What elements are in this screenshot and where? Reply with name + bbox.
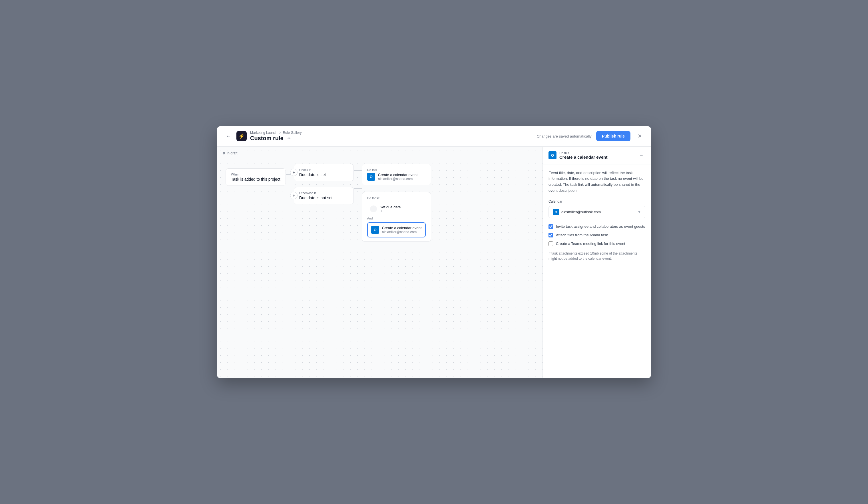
outlook-icon: O: [367, 173, 375, 181]
calendar-outlook-icon: O: [371, 226, 379, 234]
calendar-select[interactable]: O alexmiller@outlook.com ▼: [548, 206, 645, 218]
rule-name: Custom rule: [250, 135, 283, 141]
expand-icon: →: [639, 153, 643, 158]
header: ← ⚡ Marketing Launch > Rule Gallery Cust…: [217, 126, 651, 147]
publish-rule-button[interactable]: Publish rule: [596, 131, 630, 141]
close-icon: ✕: [638, 133, 642, 139]
do-these-label: Do these: [367, 196, 426, 200]
otherwise-if-label: Otherwise if: [299, 191, 348, 195]
rule-flow: When Task is added to this project + Che…: [226, 164, 431, 242]
main-content: In draft When Task is added to this proj…: [217, 147, 651, 378]
when-title: Task is added to this project: [231, 177, 280, 181]
panel-outlook-icon: O: [548, 151, 557, 159]
arrow-icon: →: [370, 206, 377, 212]
do-this-email: alexmiller@asana.com: [378, 177, 418, 181]
select-outlook-icon: O: [553, 209, 559, 215]
lightning-icon: ⚡: [238, 133, 245, 139]
calendar-select-inner: O alexmiller@outlook.com: [553, 209, 601, 215]
connector-3: [354, 188, 362, 189]
calendar-event-title: Create a calendar event: [382, 226, 422, 230]
title-area: Marketing Launch > Rule Gallery Custom r…: [250, 131, 533, 141]
panel-header-title: Create a calendar event: [559, 155, 607, 159]
do-this-text: Create a calendar event alexmiller@asana…: [378, 173, 418, 181]
breadcrumb-part2[interactable]: Rule Gallery: [283, 131, 301, 135]
checkbox-invite[interactable]: [548, 224, 553, 229]
check-if-title: Due date is set: [299, 172, 348, 177]
set-due-date-value: 0: [380, 209, 401, 213]
set-due-date-item[interactable]: → Set due date 0: [367, 203, 426, 216]
action-column: Do this O Create a calendar event alexmi…: [362, 164, 431, 242]
when-node[interactable]: When Task is added to this project: [226, 168, 286, 186]
pencil-icon: ✏: [288, 136, 291, 140]
calendar-event-email: alexmiller@asana.com: [382, 230, 422, 234]
close-button[interactable]: ✕: [635, 132, 644, 141]
checkbox-attach-item[interactable]: Attach files from the Asana task: [548, 233, 645, 238]
when-label: When: [231, 173, 280, 176]
do-these-section: Do these → Set due date 0 And: [362, 192, 431, 242]
do-this-node[interactable]: Do this O Create a calendar event alexmi…: [362, 164, 431, 185]
set-due-date-text: Set due date 0: [380, 205, 401, 213]
app-window: ← ⚡ Marketing Launch > Rule Gallery Cust…: [217, 126, 651, 378]
panel-description: Event title, date, and description will …: [548, 170, 645, 194]
header-actions: Changes are saved automatically Publish …: [537, 131, 644, 141]
do-this-content: O Create a calendar event alexmiller@asa…: [367, 173, 426, 181]
app-icon: ⚡: [236, 131, 247, 141]
calendar-event-item[interactable]: O Create a calendar event alexmiller@asa…: [367, 222, 426, 238]
status-bar: In draft: [223, 151, 237, 155]
breadcrumb-part1[interactable]: Marketing Launch: [250, 131, 277, 135]
do-this-label: Do this: [367, 168, 426, 171]
page-title: Custom rule ✏: [250, 135, 533, 141]
panel-header-label: Do this: [559, 151, 607, 155]
chevron-down-icon: ▼: [638, 210, 641, 214]
add-before-otherwise-button[interactable]: +: [290, 192, 298, 199]
calendar-outlook-letter: O: [374, 228, 376, 232]
checkbox-attach[interactable]: [548, 233, 553, 238]
panel-outlook-letter: O: [551, 153, 554, 158]
branch-container: + Check if Due date is set + Otherwise i…: [294, 164, 354, 204]
draft-status: In draft: [227, 151, 237, 155]
breadcrumb-separator: >: [279, 131, 281, 135]
set-due-date-title: Set due date: [380, 205, 401, 209]
checkbox-attach-label: Attach files from the Asana task: [556, 233, 608, 238]
panel-expand-button[interactable]: →: [637, 151, 645, 159]
checkbox-invite-label: Invite task assignee and collaborators a…: [556, 224, 645, 229]
otherwise-if-node[interactable]: + Otherwise if Due date is not set: [294, 187, 354, 204]
otherwise-if-title: Due date is not set: [299, 196, 348, 200]
back-icon: ←: [226, 133, 231, 139]
checkbox-teams[interactable]: [548, 241, 553, 246]
panel-note: If task attachments exceed 10mb some of …: [548, 251, 645, 261]
calendar-label: Calendar: [548, 199, 645, 203]
checkbox-teams-item[interactable]: Create a Teams meeting link for this eve…: [548, 241, 645, 246]
edit-title-button[interactable]: ✏: [286, 135, 293, 141]
panel-header-left: O Do this Create a calendar event: [548, 151, 607, 159]
do-this-title: Create a calendar event: [378, 173, 418, 177]
panel-header: O Do this Create a calendar event →: [543, 147, 651, 164]
outlook-letter: O: [370, 175, 373, 179]
right-panel: O Do this Create a calendar event → Even…: [542, 147, 651, 378]
check-if-label: Check if: [299, 168, 348, 171]
panel-title-block: Do this Create a calendar event: [559, 151, 607, 159]
status-dot: [223, 152, 225, 154]
checkbox-invite-item[interactable]: Invite task assignee and collaborators a…: [548, 224, 645, 229]
panel-body: Event title, date, and description will …: [543, 164, 651, 378]
checkbox-teams-label: Create a Teams meeting link for this eve…: [556, 241, 625, 246]
connector-2: [354, 170, 362, 171]
canvas-area: In draft When Task is added to this proj…: [217, 147, 542, 378]
check-if-node[interactable]: + Check if Due date is set: [294, 164, 354, 181]
and-label: And: [367, 216, 426, 221]
calendar-event-text: Create a calendar event alexmiller@asana…: [382, 226, 422, 234]
calendar-email-value: alexmiller@outlook.com: [561, 210, 601, 214]
autosave-status: Changes are saved automatically: [537, 134, 592, 138]
back-button[interactable]: ←: [224, 132, 233, 141]
breadcrumb: Marketing Launch > Rule Gallery: [250, 131, 533, 135]
add-before-check-button[interactable]: +: [290, 169, 298, 176]
action-connectors: [354, 164, 362, 189]
